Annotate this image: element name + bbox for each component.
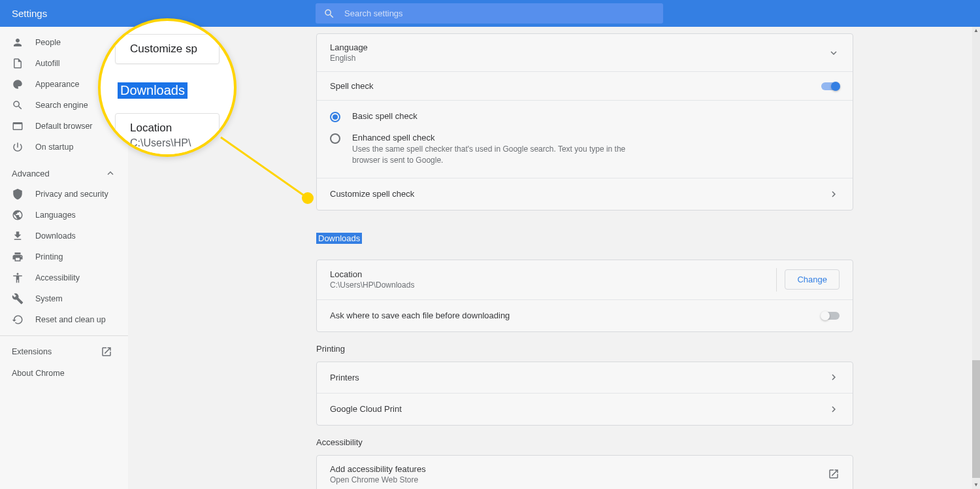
downloads-heading: Downloads (316, 233, 362, 244)
search-icon (12, 99, 24, 111)
callout-downloads: Downloads (118, 82, 188, 99)
nav-printing[interactable]: Printing (0, 246, 128, 267)
person-icon (12, 37, 24, 48)
nav-languages[interactable]: Languages (0, 205, 128, 226)
spell-check-row: Spell check (317, 72, 853, 101)
search-icon (323, 8, 335, 20)
nav-about[interactable]: About Chrome (0, 362, 128, 384)
content-area: Language English Spell check Basic spell… (128, 27, 972, 489)
page-title: Settings (12, 8, 316, 19)
downloads-card: Location C:\Users\HP\Downloads Change As… (316, 260, 853, 332)
launch-icon (101, 346, 112, 358)
download-location-row: Location C:\Users\HP\Downloads Change (317, 260, 853, 300)
printing-heading: Printing (316, 344, 853, 354)
search-input[interactable] (344, 8, 655, 18)
nav-reset[interactable]: Reset and clean up (0, 309, 128, 330)
globe-icon (12, 209, 24, 221)
nav-downloads[interactable]: Downloads (0, 226, 128, 246)
basic-spell-radio[interactable]: Basic spell check (317, 106, 853, 127)
nav-extensions[interactable]: Extensions (0, 341, 128, 362)
ask-save-row: Ask where to save each file before downl… (317, 300, 853, 331)
accessibility-card: Add accessibility features Open Chrome W… (316, 455, 853, 489)
search-box[interactable] (316, 3, 663, 24)
chevron-right-icon (828, 188, 840, 200)
callout-location-label: Location (130, 122, 204, 135)
callout-customize: Customize sp (115, 34, 220, 64)
nav-accessibility[interactable]: Accessibility (0, 267, 128, 288)
radio-icon (330, 112, 340, 122)
customize-spell-row[interactable]: Customize spell check (317, 178, 853, 210)
power-icon (12, 141, 24, 153)
advanced-toggle[interactable]: Advanced (0, 163, 128, 184)
change-location-button[interactable]: Change (785, 269, 840, 290)
scrollbar-thumb[interactable] (972, 360, 980, 478)
ask-save-toggle[interactable] (821, 312, 840, 320)
wrench-icon (12, 293, 24, 305)
shield-icon (12, 188, 24, 200)
chevron-up-icon (105, 167, 116, 179)
autofill-icon (12, 58, 24, 69)
nav-system[interactable]: System (0, 288, 128, 309)
launch-icon (828, 468, 840, 480)
spell-check-toggle[interactable] (821, 82, 840, 90)
enhanced-spell-radio[interactable]: Enhanced spell check Uses the same spell… (317, 127, 853, 171)
callout-magnifier: Customize sp Downloads Location C:\Users… (98, 18, 237, 157)
chevron-right-icon (828, 403, 840, 415)
accessibility-heading: Accessibility (316, 437, 853, 447)
accessibility-icon (12, 272, 24, 284)
callout-location-path: C:\Users\HP\ (130, 137, 204, 149)
palette-icon (12, 78, 24, 90)
nav-privacy[interactable]: Privacy and security (0, 184, 128, 205)
scroll-down-arrow[interactable]: ▼ (972, 481, 980, 489)
add-accessibility-row[interactable]: Add accessibility features Open Chrome W… (317, 456, 853, 489)
download-icon (12, 230, 24, 242)
language-row[interactable]: Language English (317, 34, 853, 72)
printing-card: Printers Google Cloud Print (316, 362, 853, 426)
chevron-down-icon (828, 47, 840, 59)
chevron-right-icon (828, 371, 840, 383)
language-spell-card: Language English Spell check Basic spell… (316, 33, 853, 211)
callout-dot (302, 192, 314, 204)
print-icon (12, 251, 24, 263)
radio-icon (330, 133, 340, 144)
nav-on-startup[interactable]: On startup (0, 137, 128, 158)
scroll-up-arrow[interactable]: ▲ (972, 27, 980, 35)
restore-icon (12, 314, 24, 326)
printers-row[interactable]: Printers (317, 362, 853, 394)
gcp-row[interactable]: Google Cloud Print (317, 394, 853, 425)
scrollbar[interactable]: ▲ ▼ (972, 27, 980, 489)
browser-icon (12, 120, 24, 132)
